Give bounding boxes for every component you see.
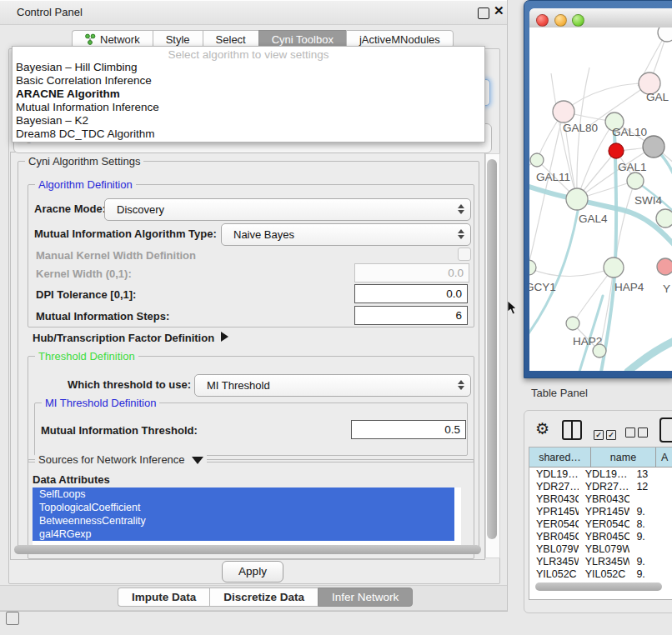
- aracne-mode-combo[interactable]: Discovery: [104, 198, 471, 221]
- kernel-width-field[interactable]: 0.0: [354, 263, 469, 282]
- network-edge-highlight: [628, 338, 672, 371]
- table-row[interactable]: YBR043CYBR043C: [529, 493, 672, 506]
- table-row[interactable]: YDR27…YDR27…12: [529, 481, 672, 493]
- table-row[interactable]: YIL052CYIL052C9.: [529, 568, 672, 581]
- node-label: GAL1: [618, 161, 647, 173]
- attribute-item-topologicalcoefficient[interactable]: TopologicalCoefficient: [33, 501, 454, 514]
- float-window-icon[interactable]: [478, 8, 489, 19]
- algorithm-option-dream8-dc-tdc-algorithm[interactable]: Dream8 DC_TDC Algorithm: [13, 128, 484, 141]
- table-row[interactable]: YER054CYER054C8.: [529, 518, 672, 531]
- network-node-y[interactable]: [657, 258, 672, 275]
- vertical-scrollbar-thumb[interactable]: [487, 159, 497, 539]
- network-node-gcy1[interactable]: [529, 260, 536, 275]
- table-cell: 9.: [629, 531, 672, 543]
- table-cell: 12: [629, 481, 672, 493]
- settings-scroll-area: Cyni Algorithm Settings Algorithm Defini…: [10, 152, 485, 560]
- tab-impute-data[interactable]: Impute Data: [118, 588, 209, 607]
- network-edge: [529, 268, 614, 277]
- table-row[interactable]: YDL19…YDL19…13: [529, 468, 672, 481]
- network-node[interactable]: [593, 344, 606, 358]
- column-header-a[interactable]: A: [656, 448, 672, 468]
- network-canvas[interactable]: GALGAL80GAL10GAL1SWI4GAL11GAL4GCY1HAP4YH…: [529, 28, 672, 371]
- mi-threshold-label: Mutual Information Threshold:: [41, 424, 198, 437]
- network-node-gal11[interactable]: [530, 153, 544, 167]
- export-table-icon[interactable]: [659, 418, 672, 442]
- table-cell: YIL052C: [579, 568, 630, 581]
- close-traffic-light-icon[interactable]: [536, 14, 549, 27]
- table-cell: YER054C: [579, 518, 630, 531]
- dpi-tolerance-field[interactable]: 0.0: [354, 284, 468, 303]
- node-label: GCY1: [529, 281, 556, 293]
- gear-icon[interactable]: ⚙: [535, 419, 549, 438]
- table-horizontal-scrollbar[interactable]: [535, 582, 662, 591]
- tab-discretize-data[interactable]: Discretize Data: [209, 588, 318, 607]
- mi-threshold-field[interactable]: 0.5: [351, 420, 466, 439]
- table-cell: YER054C: [529, 518, 579, 531]
- tab-infer-network[interactable]: Infer Network: [318, 588, 413, 607]
- vertical-scrollbar-track[interactable]: [485, 153, 500, 558]
- algorithm-option-bayesian-k2[interactable]: Bayesian – K2: [13, 114, 484, 128]
- table-cell: 9.: [629, 568, 672, 581]
- table-row[interactable]: YBL079WYBL079W: [529, 543, 672, 556]
- mi-steps-field[interactable]: 6: [354, 306, 468, 325]
- network-node[interactable]: [658, 28, 672, 42]
- network-window-titlebar[interactable]: [529, 8, 672, 28]
- close-icon[interactable]: ✕: [494, 3, 504, 18]
- algorithm-option-bayesian-hill-climbing[interactable]: Bayesian – Hill Climbing: [13, 61, 484, 74]
- network-edge: [564, 83, 649, 112]
- data-attributes-list[interactable]: SelfLoopsTopologicalCoefficientBetweenne…: [33, 488, 461, 546]
- hub-definition-toggle[interactable]: Hub/Transcription Factor Definition: [33, 332, 228, 344]
- table-cell: [629, 493, 672, 506]
- table-cell: 9.: [629, 506, 672, 518]
- sources-toggle[interactable]: Sources for Network Inference: [35, 453, 207, 466]
- columns-icon[interactable]: [562, 420, 582, 440]
- zoom-traffic-light-icon[interactable]: [572, 14, 584, 27]
- network-node-gal80[interactable]: [553, 101, 574, 122]
- column-header-shared-[interactable]: shared…: [529, 448, 591, 468]
- algorithm-option-mutual-information-inference[interactable]: Mutual Information Inference: [13, 101, 484, 114]
- minimize-traffic-light-icon[interactable]: [554, 14, 567, 27]
- stepper-icon: [457, 379, 464, 391]
- algorithm-option-aracne-algorithm[interactable]: ARACNE Algorithm: [13, 88, 484, 101]
- horizontal-scrollbar[interactable]: [14, 545, 481, 554]
- table-cell: 13: [629, 468, 672, 481]
- network-node[interactable]: [656, 209, 672, 228]
- network-node-hap4[interactable]: [604, 258, 624, 278]
- tab-label: jActiveMNodules: [359, 33, 440, 46]
- table-cell: YDR27…: [529, 481, 579, 493]
- docked-panel-icon[interactable]: [6, 612, 19, 625]
- network-node-hap2[interactable]: [566, 317, 579, 330]
- network-node-gal4[interactable]: [566, 188, 588, 210]
- table-row[interactable]: YPR145WYPR145W9.: [529, 506, 672, 518]
- node-label: SWI4: [634, 194, 662, 207]
- select-all-checkboxes-icon[interactable]: ✓✓: [594, 426, 619, 438]
- expand-right-icon: [221, 332, 228, 342]
- manual-kernel-checkbox[interactable]: [458, 248, 471, 261]
- tab-label: Select: [216, 33, 246, 46]
- attribute-item-betweennesscentrality[interactable]: BetweennessCentrality: [33, 514, 454, 528]
- network-node-swi4[interactable]: [627, 172, 644, 189]
- manual-kernel-label: Manual Kernel Width Definition: [36, 249, 196, 262]
- bottom-tabs: Impute DataDiscretize DataInfer Network: [118, 588, 413, 607]
- attribute-item-selfloops[interactable]: SelfLoops: [33, 488, 454, 501]
- node-label: HAP4: [614, 281, 644, 293]
- algorithm-option-basic-correlation-inference[interactable]: Basic Correlation Inference: [13, 74, 484, 88]
- table-row[interactable]: YBR045CYBR045C9.: [529, 531, 672, 543]
- data-attributes-label: Data Attributes: [33, 473, 110, 486]
- table-row[interactable]: YLR345WYLR345W9.: [529, 556, 672, 568]
- table-cell: YBL079W: [529, 543, 579, 556]
- node-label: GAL10: [612, 126, 647, 138]
- node-table: shared…nameA YDL19…YDL19…13YDR27…YDR27…1…: [529, 447, 672, 600]
- attribute-item-gal4rgexp[interactable]: gal4RGexp: [33, 528, 454, 541]
- mi-type-combo[interactable]: Naive Bayes: [221, 223, 471, 246]
- apply-button[interactable]: Apply: [222, 561, 283, 582]
- dpi-tolerance-label: DPI Tolerance [0,1]:: [36, 288, 136, 301]
- which-threshold-combo[interactable]: MI Threshold: [194, 374, 471, 397]
- network-node-gal1[interactable]: [609, 143, 624, 158]
- tab-label: Cyni Toolbox: [272, 33, 333, 46]
- deselect-all-checkboxes-icon[interactable]: [625, 426, 650, 438]
- column-header-name[interactable]: name: [591, 448, 656, 468]
- node-label: GAL4: [579, 212, 608, 225]
- table-cell: YBR045C: [529, 531, 579, 543]
- network-node[interactable]: [643, 136, 664, 158]
